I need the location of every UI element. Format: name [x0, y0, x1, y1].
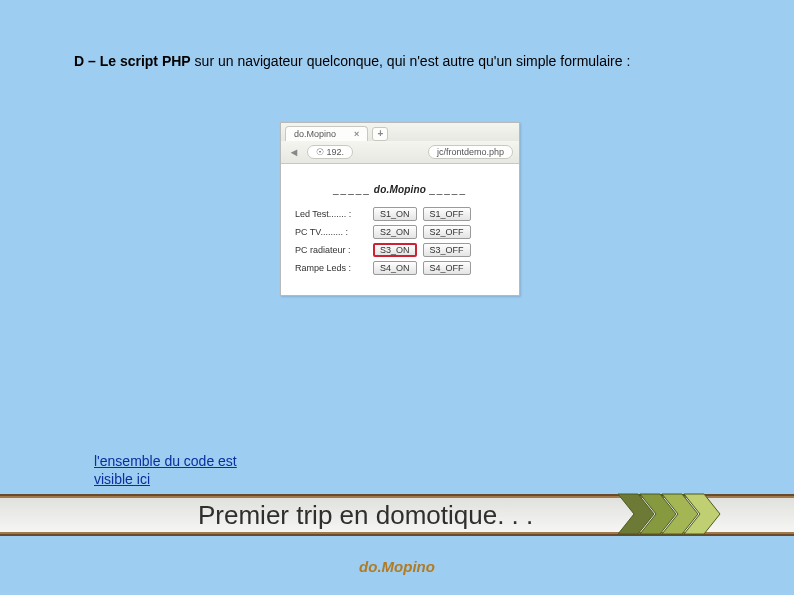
on-button[interactable]: S1_ON [373, 207, 417, 221]
url-path: jc/frontdemo.php [437, 147, 504, 157]
off-button[interactable]: S2_OFF [423, 225, 471, 239]
back-icon[interactable]: ◄ [287, 145, 301, 159]
off-button[interactable]: S1_OFF [423, 207, 471, 221]
slide: D – Le script PHP sur un navigateur quel… [0, 0, 794, 595]
heading-bold: D – Le script PHP [74, 53, 191, 69]
on-button[interactable]: S3_ON [373, 243, 417, 257]
form-row: Rampe Leds :S4_ONS4_OFF [291, 259, 509, 277]
code-link-line1: l'ensemble du code est [94, 453, 237, 469]
form-rows: Led Test....... :S1_ONS1_OFFPC TV.......… [291, 205, 509, 277]
chevron-graphic [618, 488, 758, 540]
form-row: PC radiateur :S3_ONS3_OFF [291, 241, 509, 259]
tab-title: do.Mopino [294, 129, 336, 139]
back-glyph: ◄ [289, 146, 300, 158]
code-link-anchor[interactable]: l'ensemble du code est visible ici [94, 453, 237, 487]
row-label: Led Test....... : [295, 209, 367, 219]
new-tab-button[interactable]: + [372, 127, 388, 141]
page-body: _____ do.Mopino _____ Led Test....... :S… [281, 164, 519, 295]
close-icon[interactable]: × [354, 129, 359, 139]
chevrons-svg [618, 488, 758, 540]
page-title: _____ do.Mopino _____ [291, 178, 509, 205]
browser-tabbar: do.Mopino × + [281, 123, 519, 141]
off-button[interactable]: S3_OFF [423, 243, 471, 257]
code-link-line2: visible ici [94, 471, 150, 487]
row-label: PC radiateur : [295, 245, 367, 255]
row-label: Rampe Leds : [295, 263, 367, 273]
url-ip: ☉ 192. [316, 147, 344, 157]
code-link[interactable]: l'ensemble du code est visible ici [94, 452, 237, 488]
browser-addressbar: ◄ ☉ 192. jc/frontdemo.php [281, 141, 519, 164]
browser-screenshot: do.Mopino × + ◄ ☉ 192. jc/frontdemo.php … [280, 122, 520, 296]
title-brand: do.Mopino [374, 184, 426, 195]
on-button[interactable]: S4_ON [373, 261, 417, 275]
form-row: Led Test....... :S1_ONS1_OFF [291, 205, 509, 223]
plus-icon: + [377, 128, 383, 139]
section-heading: D – Le script PHP sur un navigateur quel… [74, 52, 674, 71]
footer-brand: do.Mopino [0, 558, 794, 575]
band-text: Premier trip en domotique. . . [198, 500, 533, 531]
url-left[interactable]: ☉ 192. [307, 145, 353, 159]
url-right[interactable]: jc/frontdemo.php [428, 145, 513, 159]
title-deco-right: _____ [429, 184, 467, 195]
heading-rest: sur un navigateur quelconque, qui n'est … [191, 53, 631, 69]
on-button[interactable]: S2_ON [373, 225, 417, 239]
off-button[interactable]: S4_OFF [423, 261, 471, 275]
row-label: PC TV......... : [295, 227, 367, 237]
title-deco-left: _____ [333, 184, 371, 195]
form-row: PC TV......... :S2_ONS2_OFF [291, 223, 509, 241]
browser-tab[interactable]: do.Mopino × [285, 126, 368, 141]
